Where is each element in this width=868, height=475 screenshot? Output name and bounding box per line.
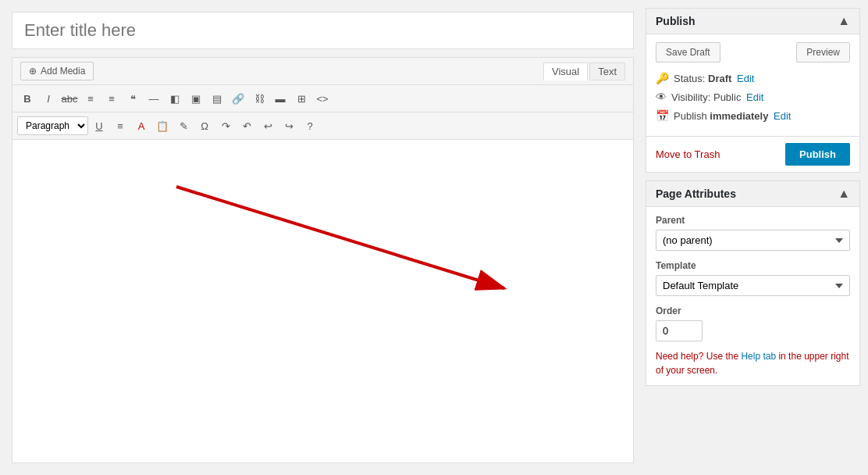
justify-button[interactable]: ≡ [110, 116, 130, 136]
italic-button[interactable]: I [38, 88, 59, 109]
help-button[interactable]: ? [300, 116, 320, 136]
publish-panel-header: Publish ▲ [646, 9, 859, 34]
toolbar-row-1: B I abc ≡ ≡ ❝ — ◧ ▣ ▤ 🔗 ⛓ ▬ ⊞ <> [12, 85, 633, 112]
toolbar-row-2: Paragraph Heading 1 Heading 2 Heading 3 … [12, 112, 633, 140]
ol-button[interactable]: ≡ [101, 88, 122, 109]
page-attributes-panel: Page Attributes ▲ Parent (no parent) Tem… [646, 180, 860, 386]
publish-panel: Publish ▲ Save Draft Preview 🔑 Status: D… [646, 8, 860, 173]
preview-button[interactable]: Preview [796, 42, 850, 62]
parent-label: Parent [656, 215, 850, 226]
tab-text[interactable]: Text [589, 62, 625, 80]
visibility-edit-link[interactable]: Edit [746, 91, 763, 103]
special-chars-button[interactable]: Ω [194, 116, 215, 136]
template-select[interactable]: Default Template [656, 275, 850, 296]
underline-button[interactable]: U [89, 116, 109, 136]
visibility-row: 👁 Visibility: Public Edit [656, 91, 850, 103]
undo-button[interactable]: ↩ [258, 116, 278, 136]
publish-panel-toggle[interactable]: ▲ [838, 15, 850, 27]
visibility-icon: 👁 [656, 91, 667, 103]
order-label: Order [656, 305, 850, 316]
editor-topbar: ⊕ Add Media Visual Text [12, 58, 633, 85]
publish-time-edit-link[interactable]: Edit [774, 110, 791, 122]
align-left-button[interactable]: ◧ [165, 88, 185, 109]
publish-time-label: Publish immediately Edit [674, 110, 791, 122]
svg-line-1 [176, 187, 504, 288]
publish-panel-body: Save Draft Preview 🔑 Status: Draft Edit … [646, 34, 859, 136]
add-media-icon: ⊕ [29, 66, 37, 77]
status-icon: 🔑 [656, 72, 669, 84]
bold-button[interactable]: B [17, 88, 37, 109]
move-to-trash-button[interactable]: Move to Trash [656, 148, 720, 160]
page-attributes-body: Parent (no parent) Template Default Temp… [646, 207, 859, 385]
status-row: 🔑 Status: Draft Edit [656, 72, 850, 84]
align-right-button[interactable]: ▤ [207, 88, 227, 109]
tab-visual[interactable]: Visual [543, 62, 588, 80]
table-button[interactable]: ⊞ [291, 88, 311, 109]
status-label: Status: Draft Edit [674, 73, 754, 84]
clear-format-button[interactable]: ✎ [173, 116, 194, 136]
publish-time-row: 📅 Publish immediately Edit [656, 109, 850, 122]
editor-area: ⊕ Add Media Visual Text B I abc ≡ ≡ ❝ — … [0, 0, 646, 475]
save-draft-button[interactable]: Save Draft [656, 42, 720, 62]
sidebar: Publish ▲ Save Draft Preview 🔑 Status: D… [646, 0, 868, 475]
visibility-value: Public [713, 91, 741, 103]
page-attributes-toggle[interactable]: ▲ [838, 188, 850, 200]
hr-button[interactable]: — [144, 88, 164, 109]
text-color-button[interactable]: A [131, 116, 151, 136]
html-button[interactable]: <> [312, 88, 333, 109]
order-input[interactable] [656, 320, 703, 341]
redo-button[interactable]: ↪ [279, 116, 299, 136]
blockquote-button[interactable]: ❝ [123, 88, 143, 109]
title-input[interactable] [12, 12, 634, 49]
view-tabs: Visual Text [543, 62, 625, 80]
add-media-button[interactable]: ⊕ Add Media [20, 62, 94, 80]
publish-panel-footer: Move to Trash Publish [646, 136, 859, 172]
editor-content[interactable] [12, 140, 633, 462]
parent-select[interactable]: (no parent) [656, 230, 850, 251]
publish-action-row: Save Draft Preview [656, 42, 850, 62]
status-edit-link[interactable]: Edit [737, 73, 754, 84]
strikethrough-button[interactable]: abc [59, 88, 80, 109]
status-value: Draft [708, 73, 731, 84]
publish-time-value: immediately [710, 110, 768, 122]
unlink-button[interactable]: ⛓ [249, 88, 269, 109]
publish-button[interactable]: Publish [785, 143, 850, 166]
help-tab-link[interactable]: Help tab [741, 351, 776, 362]
outdent-button[interactable]: ↶ [237, 116, 257, 136]
indent-button[interactable]: ↷ [215, 116, 236, 136]
add-media-label: Add Media [41, 66, 85, 77]
page-attributes-header: Page Attributes ▲ [646, 181, 859, 207]
help-text: Need help? Use the Help tab in the upper… [656, 349, 850, 377]
ul-button[interactable]: ≡ [80, 88, 101, 109]
insert-more-button[interactable]: ▬ [270, 88, 290, 109]
publish-panel-title: Publish [656, 15, 695, 27]
editor-box: ⊕ Add Media Visual Text B I abc ≡ ≡ ❝ — … [12, 57, 634, 463]
red-arrow-indicator [130, 163, 535, 320]
page-attributes-title: Page Attributes [656, 188, 736, 200]
visibility-label: Visibility: Public Edit [671, 91, 763, 103]
align-center-button[interactable]: ▣ [186, 88, 206, 109]
format-select[interactable]: Paragraph Heading 1 Heading 2 Heading 3 [17, 116, 88, 135]
template-label: Template [656, 260, 850, 271]
schedule-icon: 📅 [656, 109, 669, 122]
paste-text-button[interactable]: 📋 [152, 116, 173, 136]
link-button[interactable]: 🔗 [228, 88, 248, 109]
